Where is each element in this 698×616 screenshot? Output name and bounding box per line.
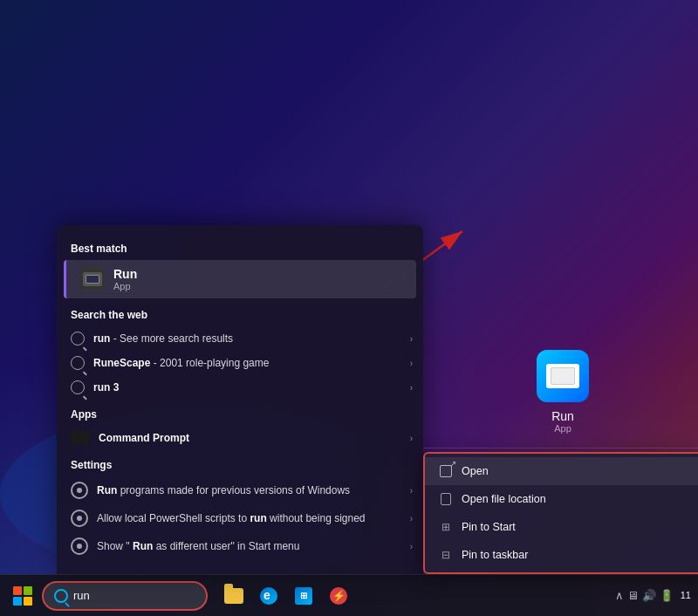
pin-taskbar-icon: ⊟ [439, 548, 453, 562]
run-big-icon [537, 350, 589, 402]
taskbar-edge[interactable] [253, 580, 284, 612]
battery-icon[interactable]: 🔋 [660, 589, 674, 602]
run-programs-suffix: programs made for previous versions of W… [120, 484, 350, 496]
best-match-title: Run [113, 267, 137, 281]
chevron-up-icon[interactable]: ∧ [615, 589, 624, 602]
setting-allow-ps-text: Allow local PowerShell scripts to run wi… [97, 512, 409, 524]
apps-section: Apps Command Prompt › [57, 405, 423, 450]
taskbar-power[interactable]: ⚡ [323, 580, 354, 612]
best-match-run-item[interactable]: Run App [64, 260, 416, 298]
run-suffix: - See more search results [113, 332, 233, 345]
pin-taskbar-glyph: ⊟ [441, 549, 450, 561]
system-tray: ∧ 🖥 🔊 🔋 [615, 589, 674, 602]
right-panel: Run App Open Open file location ⊞ [423, 332, 698, 574]
run-bold-3: run [250, 512, 266, 524]
run-icon-inner [546, 364, 579, 388]
taskbar-right: ∧ 🖥 🔊 🔋 11 [615, 589, 691, 602]
app-preview: Run App [423, 332, 698, 444]
taskbar: run ⊞ ⚡ ∧ 🖥 🔊 🔋 11 [0, 574, 698, 616]
runescape-bold: RuneScape [93, 357, 150, 369]
search-icon-1 [71, 332, 85, 346]
folder-icon [224, 588, 243, 604]
run-bold: run [93, 332, 110, 345]
location-icon [439, 492, 453, 506]
search-icon-3 [71, 380, 85, 394]
web-result-runescape[interactable]: RuneScape - 2001 role-playing game › [57, 351, 423, 375]
pin-start-glyph: ⊞ [441, 521, 450, 533]
search-icon-2 [71, 356, 85, 370]
desktop: Best match Run App Search the web run - … [0, 0, 698, 616]
show-suffix: as different user" in Start menu [156, 540, 300, 552]
best-match-subtitle: App [113, 281, 137, 291]
location-box-icon [441, 493, 451, 505]
pin-start-icon: ⊞ [439, 520, 453, 534]
setting-show-run-text: Show " Run as different user" in Start m… [97, 540, 409, 552]
arrow-s3: › [410, 542, 413, 551]
web-result-runescape-text: RuneScape - 2001 role-playing game [93, 357, 409, 369]
web-result-run[interactable]: run - See more search results › [57, 326, 423, 351]
taskbar-search-text: run [73, 589, 90, 602]
context-file-location[interactable]: Open file location [425, 485, 698, 513]
best-match-label: Best match [57, 239, 423, 260]
show-prefix: Show " [97, 540, 130, 552]
start-button[interactable] [7, 580, 38, 612]
apps-label: Apps [57, 405, 423, 426]
best-match-text: Run App [113, 267, 137, 291]
settings-icon-3 [71, 537, 88, 555]
web-result-run-text: run - See more search results [93, 332, 409, 345]
run-bold-2: Run [97, 484, 117, 496]
settings-section: Settings Run programs made for previous … [57, 455, 423, 560]
run-app-icon [80, 267, 105, 291]
logo-quad-2 [24, 586, 32, 595]
taskbar-store[interactable]: ⊞ [288, 580, 319, 612]
arrow-1: › [410, 334, 413, 344]
setting-show-run[interactable]: Show " Run as different user" in Start m… [57, 532, 423, 560]
taskbar-apps: ⊞ ⚡ [218, 580, 354, 612]
arrow-s1: › [410, 486, 413, 496]
network-icon[interactable]: 🖥 [627, 589, 639, 602]
context-pin-start-label: Pin to Start [462, 521, 516, 533]
setting-run-programs-text: Run programs made for previous versions … [97, 484, 409, 496]
app-cmd[interactable]: Command Prompt › [57, 426, 423, 450]
run-bold-4: Run [133, 540, 153, 552]
divider [423, 448, 698, 448]
open-icon [439, 464, 453, 478]
store-icon: ⊞ [295, 587, 312, 605]
run3-bold: run 3 [93, 381, 119, 394]
logo-quad-4 [24, 597, 32, 606]
context-menu: Open Open file location ⊞ Pin to Start ⊟… [423, 452, 698, 574]
power-icon: ⚡ [330, 587, 347, 605]
arrow-2: › [410, 359, 413, 368]
logo-quad-1 [13, 586, 22, 595]
context-open[interactable]: Open [425, 457, 698, 485]
taskbar-search-icon [54, 589, 68, 603]
volume-icon[interactable]: 🔊 [642, 589, 656, 602]
taskbar-search[interactable]: run [42, 581, 208, 611]
context-open-label: Open [462, 465, 489, 477]
arrow-3: › [410, 383, 413, 393]
cmd-label: Command Prompt [99, 432, 409, 444]
taskbar-hour: 11 [681, 589, 691, 601]
context-location-label: Open file location [462, 493, 546, 505]
web-result-run3[interactable]: run 3 › [57, 375, 423, 400]
runescape-suffix: - 2001 role-playing game [154, 357, 270, 369]
edge-icon [260, 587, 277, 605]
setting-allow-ps[interactable]: Allow local PowerShell scripts to run wi… [57, 504, 423, 532]
search-web-section: Search the web run - See more search res… [57, 305, 423, 400]
logo-quad-3 [13, 597, 22, 606]
start-menu: Best match Run App Search the web run - … [57, 225, 423, 574]
windows-logo [13, 586, 32, 606]
context-pin-taskbar[interactable]: ⊟ Pin to taskbar [425, 541, 698, 569]
arrow-s2: › [410, 514, 413, 524]
taskbar-clock[interactable]: 11 [681, 589, 691, 601]
context-pin-taskbar-label: Pin to taskbar [462, 549, 528, 561]
web-result-run3-text: run 3 [93, 381, 409, 394]
taskbar-file-explorer[interactable] [218, 580, 250, 612]
context-pin-start[interactable]: ⊞ Pin to Start [425, 513, 698, 541]
arrow-cmd: › [410, 434, 413, 443]
allow-suffix: without being signed [270, 512, 365, 524]
setting-run-programs[interactable]: Run programs made for previous versions … [57, 476, 423, 504]
allow-prefix: Allow local PowerShell scripts to [97, 512, 250, 524]
app-type: App [554, 423, 571, 434]
app-name: Run [551, 409, 574, 423]
